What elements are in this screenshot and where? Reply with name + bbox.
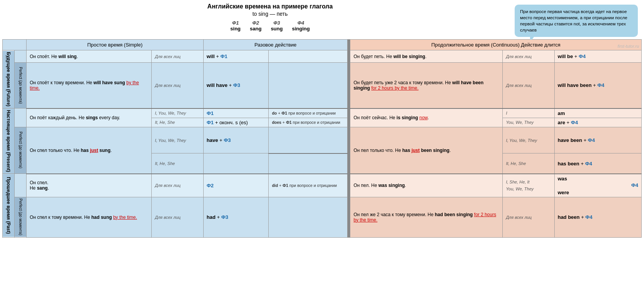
present-perfect-subrow-label: Perfect (до момента) (15, 127, 27, 174)
future-perfect-formula-r: will have been + Ф4 (554, 63, 641, 108)
present-perfect-example-r: Он пел только что. Не has just been sing… (350, 127, 503, 174)
main-table: Простое время (Simple) Разовое действие … (2, 39, 642, 237)
present-perfect-formula1: have + Ф3 (203, 127, 269, 153)
present-perfect-note1 (269, 127, 348, 153)
present-simple-note1: do + Ф1 при вопросе и отрицании (269, 108, 348, 118)
past-simple-formula-r: was Ф4 were (554, 174, 641, 197)
present-simple-persons-r1: I (503, 108, 554, 118)
past-simple-example: Он спел.Не sang. (27, 174, 152, 197)
past-perfect-formula: had + Ф3 (203, 197, 269, 237)
present-perfect-note2 (269, 153, 348, 174)
present-perfect-formula-r2: has been + Ф4 (554, 153, 641, 174)
present-simple-formula2: Ф1 + оконч. s (es) (203, 118, 269, 127)
present-simple-formula1: Ф1 (203, 108, 269, 118)
past-tense-label: Прошедшее время (Past) (3, 174, 15, 237)
past-perfect-row: Perfect (до момента) Он спел к тому врем… (3, 197, 642, 237)
future-perfect-subrow-label: Perfect (до момента) (15, 63, 27, 108)
past-perfect-subrow-label: Perfect (до момента) (15, 197, 27, 237)
past-simple-example-r: Он пел. Не was singing. (350, 174, 503, 197)
past-perfect-persons: Для всех лиц (152, 197, 203, 237)
subtitle: to sing — петь (37, 11, 503, 17)
past-perfect-note (269, 197, 348, 237)
form-phi2: Ф2 sang (250, 20, 261, 32)
form-phi3: Ф3 sung (271, 20, 283, 32)
future-perfect-example: Он споёт к тому времени. Не will have su… (27, 63, 152, 108)
future-simple-example: Он споёт. Не will sing. (27, 50, 152, 63)
past-simple-note: did + Ф1 при вопросе и отрицании (269, 174, 348, 197)
future-tense-label: Будущее время (Future) (3, 50, 15, 108)
present-simple-example: Он поёт каждый день. Не sings every day. (27, 108, 152, 127)
page-wrapper: Английские времена на примере глагола to… (0, 0, 644, 241)
header-area: Английские времена на примере глагола to… (2, 3, 642, 37)
bubble-text: При вопросе первая частица всегда идет н… (520, 9, 627, 32)
future-perfect-note (269, 63, 348, 108)
future-simple-row: Будущее время (Future) Он споёт. Не will… (3, 50, 642, 63)
present-tense-label: Настоящее время (Present) (3, 108, 15, 174)
past-perfect-formula-r: had been + Ф4 (554, 197, 641, 237)
past-simple-row: Прошедшее время (Past) Он спел.Не sang. … (3, 174, 642, 197)
present-simple-row1: Настоящее время (Present) Он поёт каждый… (3, 108, 642, 118)
main-title: Английские времена на примере глагола (37, 3, 503, 10)
present-simple-persons1: I, You, We, They (152, 108, 203, 118)
past-simple-persons-r: I, She, He, It You, We, They (503, 174, 554, 197)
past-simple-formula: Ф2 (203, 174, 269, 197)
future-simple-subrow (15, 50, 27, 63)
present-simple-formula-r1: am (554, 108, 641, 118)
future-perfect-formula: will have + Ф3 (203, 63, 269, 108)
watermark: first-tutor.ru (617, 44, 639, 48)
present-simple-subrow (15, 108, 27, 127)
speech-bubble: При вопросе первая частица всегда идет н… (515, 5, 638, 37)
present-simple-formula-r2: are + Ф4 (554, 118, 641, 127)
present-perfect-formula-r1: have been + Ф4 (554, 127, 641, 153)
present-perfect-persons-r2: It, He, She (503, 153, 554, 174)
future-perfect-persons: Для всех лиц (152, 63, 203, 108)
future-simple-formula: will + Ф1 (203, 50, 269, 63)
future-perfect-row: Perfect (до момента) Он споёт к тому вре… (3, 63, 642, 108)
section-header-row: Простое время (Simple) Разовое действие … (3, 40, 642, 50)
past-simple-subrow (15, 174, 27, 197)
future-simple-example-r: Он будет петь. Не will be singing. (350, 50, 503, 63)
present-perfect-persons1: I, You, We, They (152, 127, 203, 153)
future-simple-persons: Для всех лиц (152, 50, 203, 63)
future-perfect-persons-r: Для всех лиц (503, 63, 554, 108)
future-simple-note (269, 50, 348, 63)
form-phi4: Ф4 singing (292, 20, 309, 32)
future-simple-persons-r: Для всех лиц (503, 50, 554, 63)
speech-bubble-container: При вопросе первая частица всегда идет н… (515, 3, 638, 37)
simple-header: Простое время (Simple) (27, 40, 204, 50)
forms-row: Ф1 sing Ф2 sang Ф3 sung Ф4 singing (37, 20, 503, 32)
future-perfect-example-r: Он будет петь уже 2 часа к тому времени.… (350, 63, 503, 108)
past-perfect-example-r: Он пел же 2 часа к тому времени. Не had … (350, 197, 503, 237)
present-simple-example-r: Он поёт сейчас. Не is singing now. (350, 108, 503, 127)
present-perfect-persons2: It, He, She (152, 153, 203, 174)
razovoe-header: Разовое действие (203, 40, 348, 50)
present-simple-note2: does + Ф1 при вопросе и отрицании (269, 118, 348, 127)
future-simple-formula-r: will be + Ф4 (554, 50, 641, 63)
title-block: Английские времена на примере глагола to… (37, 3, 503, 32)
present-perfect-row1: Perfect (до момента) Он спел только что.… (3, 127, 642, 153)
form-phi1: Ф1 sing (230, 20, 241, 32)
present-perfect-example: Он спел только что. Не has just sung. (27, 127, 152, 174)
present-simple-persons-r2: You, We, They (503, 118, 554, 127)
continuous-header: Продолжительное время (Continuous) Дейст… (350, 40, 642, 50)
present-simple-persons2: It, He, She (152, 118, 203, 127)
past-perfect-example: Он спел к тому времени. Не had sung by t… (27, 197, 152, 237)
present-perfect-formula2 (203, 153, 269, 174)
past-perfect-persons-r: Для всех лиц (503, 197, 554, 237)
past-simple-persons: Для всех лиц (152, 174, 203, 197)
present-perfect-persons-r1: I, You, We, They (503, 127, 554, 153)
